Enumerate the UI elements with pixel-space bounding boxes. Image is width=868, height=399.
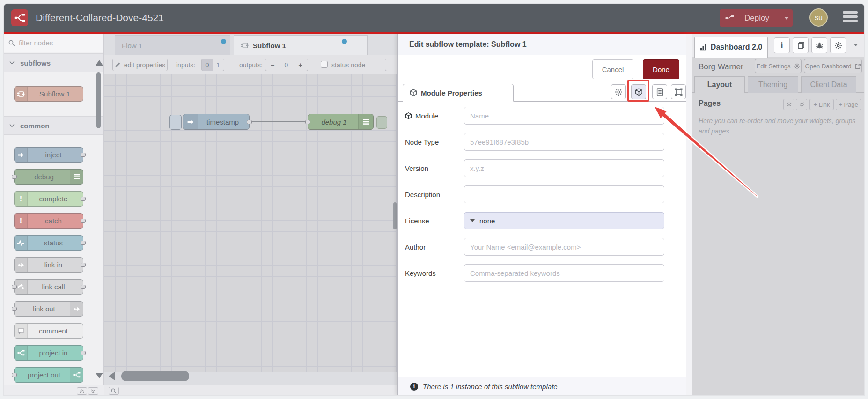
edit-settings-button[interactable]: Edit Settings (755, 59, 802, 73)
palette-node-inject[interactable]: inject (14, 147, 83, 163)
input-port[interactable] (12, 373, 17, 377)
palette-node-subflow-1[interactable]: Subflow 1 (14, 86, 83, 102)
divider (699, 143, 858, 143)
output-port[interactable] (81, 351, 86, 355)
chevrons-down-icon (799, 102, 804, 107)
sidebar-options-caret[interactable] (853, 44, 858, 46)
node-red-logo (11, 9, 28, 26)
appearance-button[interactable] (671, 84, 686, 99)
add-link-button[interactable]: + Link (809, 99, 834, 110)
module-properties-tab[interactable]: Module Properties (403, 84, 514, 102)
cancel-button[interactable]: Cancel (592, 59, 633, 79)
output-port[interactable] (81, 241, 86, 245)
node-debug-1[interactable]: debug 1 (308, 114, 374, 130)
workspace-tab-flow-1[interactable]: Flow 1 (115, 35, 230, 55)
palette-node-link-in[interactable]: link in (14, 257, 83, 273)
palette-node-status[interactable]: status (14, 235, 83, 251)
output-port[interactable] (81, 285, 86, 289)
palette-section-common[interactable]: common (4, 116, 103, 135)
description-button[interactable] (652, 84, 667, 99)
output-port[interactable] (81, 153, 86, 157)
debug-toggle-button[interactable] (376, 116, 387, 129)
palette-node-complete[interactable]: ! complete (14, 191, 83, 207)
palette-collapse-all-button[interactable] (77, 387, 87, 395)
outputs-label: outputs: (239, 61, 263, 69)
hscroll-left-icon[interactable] (109, 372, 115, 380)
input-port[interactable] (12, 285, 17, 289)
delete-subflow-button[interactable] (385, 59, 397, 71)
vertical-scrollbar[interactable] (393, 202, 397, 229)
palette-search[interactable] (4, 34, 103, 52)
tab-theming[interactable]: Theming (748, 76, 798, 93)
add-page-button[interactable]: + Page (836, 99, 861, 110)
palette-node-project-in[interactable]: project in (14, 345, 83, 361)
done-button[interactable]: Done (643, 59, 679, 79)
version-field[interactable] (464, 159, 664, 177)
module-field[interactable] (464, 107, 664, 125)
input-port[interactable] (305, 120, 310, 124)
zoom-search-button[interactable] (109, 387, 119, 395)
output-port[interactable] (81, 197, 86, 201)
subflow-settings-button[interactable] (611, 84, 626, 99)
node-timestamp[interactable]: timestamp (183, 114, 250, 130)
tab-client-data[interactable]: Client Data (801, 76, 856, 93)
sidebar-splitter[interactable] (686, 34, 692, 395)
palette-node-comment[interactable]: comment (14, 323, 83, 339)
author-field[interactable] (464, 238, 664, 256)
inputs-1-button[interactable]: 1 (213, 59, 224, 71)
horizontal-scrollbar[interactable] (121, 371, 189, 381)
flow-workspace: Flow 1 Subflow 1 edit properties inputs:… (104, 34, 397, 395)
edit-properties-button[interactable]: edit properties (112, 59, 168, 71)
deploy-options-button[interactable] (780, 9, 793, 27)
open-dashboard-button[interactable]: Open Dashboard (804, 59, 862, 73)
status-node-checkbox[interactable] (321, 61, 328, 68)
chevron-down-icon (470, 219, 475, 222)
license-field-label: License (405, 212, 429, 229)
flow-canvas[interactable]: timestamp debug 1 (104, 74, 397, 372)
palette-scrollbar[interactable] (96, 72, 101, 128)
settings-button[interactable] (830, 37, 846, 53)
palette-scroll-up-icon[interactable] (96, 60, 103, 66)
move-up-button[interactable] (783, 99, 794, 110)
palette-scroll-down-icon[interactable] (96, 373, 103, 378)
keywords-field[interactable] (464, 264, 664, 282)
palette-node-debug[interactable]: debug (14, 169, 83, 185)
workspace-tab-subflow-1[interactable]: Subflow 1 (234, 35, 368, 55)
palette-filter-input[interactable] (19, 39, 94, 47)
input-port[interactable] (12, 307, 17, 311)
sidebar-tab-dashboard[interactable]: Dashboard 2.0 (694, 37, 768, 58)
document-icon (656, 88, 663, 96)
output-port[interactable] (81, 219, 86, 223)
palette-node-link-call[interactable]: link call (14, 279, 83, 295)
dialog-title: Edit subflow template: Subflow 1 (398, 34, 686, 55)
deploy-button[interactable]: Deploy (720, 9, 793, 27)
info-button[interactable]: i (774, 37, 790, 53)
output-port[interactable] (247, 120, 252, 124)
input-port[interactable] (12, 175, 17, 179)
output-port[interactable] (81, 263, 86, 267)
tab-layout[interactable]: Layout (694, 76, 745, 93)
debug-button[interactable] (811, 37, 827, 53)
help-button[interactable] (793, 37, 809, 53)
palette-section-subflows[interactable]: subflows (4, 53, 103, 72)
project-name: Borg Warner (699, 62, 743, 72)
node-type-field[interactable] (464, 133, 664, 151)
pages-help-text: Here you can re-order and move your widg… (699, 116, 861, 136)
license-select[interactable]: none (464, 212, 664, 229)
move-down-button[interactable] (796, 99, 807, 110)
palette-node-catch[interactable]: ! catch (14, 213, 83, 229)
debug-lines-icon (70, 170, 83, 184)
outputs-increment-button[interactable]: + (293, 59, 308, 71)
palette-node-link-out[interactable]: link out (14, 301, 83, 317)
cube-icon (410, 89, 417, 96)
main-menu-button[interactable] (843, 11, 858, 24)
user-avatar[interactable]: su (809, 8, 828, 27)
inputs-0-button[interactable]: 0 (201, 59, 213, 71)
palette-expand-all-button[interactable] (88, 387, 98, 395)
outputs-decrement-button[interactable]: − (265, 59, 280, 71)
external-link-icon (855, 63, 861, 69)
description-field[interactable] (464, 185, 664, 203)
canvas-footer (104, 385, 397, 395)
palette-node-project-out[interactable]: project out (14, 367, 83, 383)
inject-button[interactable] (169, 115, 182, 130)
